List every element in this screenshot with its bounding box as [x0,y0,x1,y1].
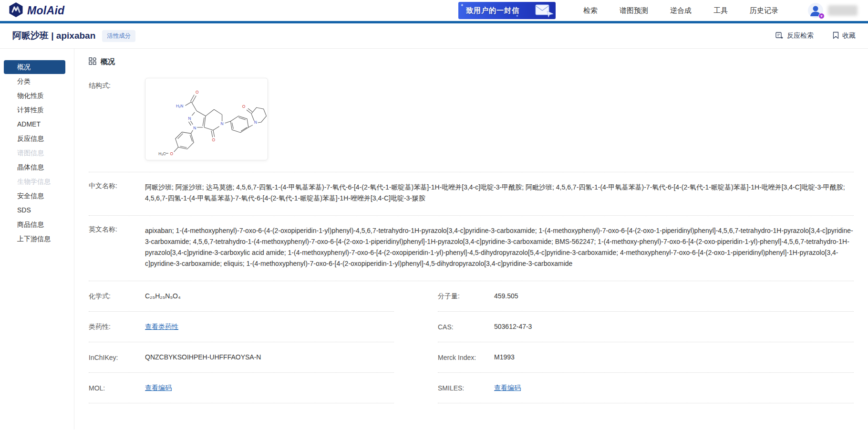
user-avatar[interactable]: ♥ [808,3,823,18]
envelope-icon [535,3,554,19]
molweight-value: 459.505 [494,291,854,302]
smiles-label: SMILES: [438,384,494,392]
bookmark-icon [833,32,839,41]
atom-pip-o: O [242,104,246,109]
atom-n1: N [193,126,196,130]
user-letter-banner[interactable]: ✦ ✦ 致用户的一封信 [458,2,556,19]
inchikey-row: InChIKey: QNZCBYKSOIHPEH-UHFFFAOYSA-N [89,342,394,373]
atom-n2: N [188,116,191,121]
vip-badge-icon: ♥ [818,13,825,19]
molweight-label: 分子量: [438,292,494,301]
sidebar-item-reaction-info[interactable]: 反应信息 [4,132,65,146]
merck-label: Merck Index: [438,354,494,361]
sidebar-item-physchem[interactable]: 物化性质 [4,89,65,103]
grid-section-icon [89,57,96,66]
view-smiles-code-link[interactable]: 查看编码 [494,384,521,391]
cas-row: CAS: 503612-47-3 [438,312,854,342]
main-nav: 检索 谱图预测 逆合成 工具 历史记录 [583,6,778,15]
apixaban-structure-drawing: H₂N O N N N O O H₃C N O [145,78,268,160]
structure-row: 结构式: [89,77,854,172]
sidebar-item-updownstream[interactable]: 上下游信息 [4,232,65,246]
atom-amide-o: O [196,90,199,95]
atom-pip-n: N [254,120,257,125]
molaid-hexagon-icon [9,2,23,20]
molweight-row: 分子量: 459.505 [438,281,854,312]
druglikeness-label: 类药性: [89,323,145,331]
sidebar-item-biology-info: 生物学信息 [4,175,65,189]
sidebar-item-classification[interactable]: 分类 [4,74,65,88]
top-bar: MolAid ✦ ✦ 致用户的一封信 检索 谱图预测 逆合成 工具 历史记录 ♥ [0,0,868,23]
title-bar: 阿哌沙班 | apixaban 活性成分 反应检索 收藏 [0,23,868,49]
active-ingredient-badge: 活性成分 [102,30,135,42]
section-title: 概况 [101,57,115,66]
merck-value: M1993 [494,352,854,363]
view-mol-code-link[interactable]: 查看编码 [145,384,172,391]
formula-row: 化学式: C₂₅H₂₅N₅O₄ [89,281,394,312]
en-names-label: 英文名称: [89,225,145,269]
cas-label: CAS: [438,323,494,331]
sidebar-item-product-info[interactable]: 商品信息 [4,218,65,232]
favorite-button[interactable]: 收藏 [833,32,856,41]
nav-item-spectrum-prediction[interactable]: 谱图预测 [620,6,648,15]
title-actions: 反应检索 收藏 [775,32,856,41]
nav-item-tools[interactable]: 工具 [713,6,728,15]
brand-logo[interactable]: MolAid [9,2,64,20]
nav-item-history[interactable]: 历史记录 [750,6,778,15]
cn-names-value: 阿哌沙班; 阿派沙班; 达马莫德; 4,5,6,7-四氢-1-(4-甲氧基苯基)… [145,182,854,204]
cn-names-label: 中文名称: [89,182,145,204]
sidebar-item-computed[interactable]: 计算性质 [4,103,65,117]
username-redacted[interactable] [828,5,858,16]
mol-row: MOL: 查看编码 [89,373,394,403]
sidebar-item-admet[interactable]: ADMET [4,117,65,131]
main-panel: 概况 结构式: [74,49,868,430]
brand-name: MolAid [27,4,64,17]
formula-value: C₂₅H₂₅N₅O₄ [145,291,394,302]
property-grid: 化学式: C₂₅H₂₅N₅O₄ 类药性: 查看类药性 InChIKey: QNZ… [89,281,854,403]
sparkle-icon: ✦ [516,14,519,18]
page-title: 阿哌沙班 | apixaban [12,30,95,42]
user-area: ♥ [808,3,858,18]
atom-n6: N [221,121,224,126]
cn-names-row: 中文名称: 阿哌沙班; 阿派沙班; 达马莫德; 4,5,6,7-四氢-1-(4-… [89,172,854,216]
cas-value: 503612-47-3 [494,321,854,332]
sidebar: 概况 分类 物化性质 计算性质 ADMET 反应信息 谱图信息 晶体信息 生物学… [0,49,74,430]
view-druglikeness-link[interactable]: 查看类药性 [145,323,178,330]
merck-row: Merck Index: M1993 [438,342,854,373]
nav-item-search[interactable]: 检索 [583,6,598,15]
smiles-row: SMILES: 查看编码 [438,373,854,403]
reaction-search-button[interactable]: 反应检索 [775,32,814,41]
inchikey-label: InChIKey: [89,354,145,361]
sparkle-icon: ✦ [460,3,464,8]
banner-text: 致用户的一封信 [466,6,519,15]
sidebar-item-sds[interactable]: SDS [4,203,65,217]
formula-label: 化学式: [89,292,145,301]
structure-label: 结构式: [89,78,145,160]
sidebar-item-crystal-info[interactable]: 晶体信息 [4,160,65,174]
molecule-structure-image: H₂N O N N N O O H₃C N O [145,78,268,160]
nav-item-retrosynthesis[interactable]: 逆合成 [670,6,692,15]
en-names-row: 英文名称: apixaban; 1-(4-methoxyphenyl)-7-ox… [89,216,854,281]
atom-methoxy-o: O [170,151,174,156]
atom-amine: H₂N [176,104,183,108]
atom-methoxy-c: H₃C [158,151,166,156]
en-names-value: apixaban; 1-(4-methoxyphenyl)-7-oxo-6-(4… [145,225,854,269]
atom-ketone-o: O [212,137,216,142]
inchikey-value: QNZCBYKSOIHPEH-UHFFFAOYSA-N [145,352,394,363]
mol-label: MOL: [89,384,145,392]
sidebar-item-overview[interactable]: 概况 [4,60,65,74]
sidebar-item-spectrum-info: 谱图信息 [4,146,65,160]
sidebar-item-safety-info[interactable]: 安全信息 [4,189,65,203]
reaction-search-icon [775,32,784,41]
druglikeness-row: 类药性: 查看类药性 [89,312,394,342]
